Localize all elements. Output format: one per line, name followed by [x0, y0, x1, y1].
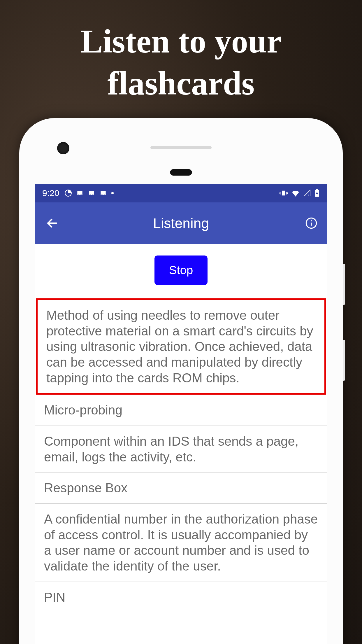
- flashcard-item[interactable]: A confidential number in the authorizati…: [35, 504, 327, 582]
- status-bar: 9:20: [35, 184, 327, 202]
- phone-side-button: [343, 340, 345, 381]
- dot-icon: [111, 192, 114, 195]
- svg-rect-3: [281, 192, 281, 194]
- phone-side-button: [343, 264, 345, 305]
- screen: 9:20: [35, 184, 327, 644]
- flashcard-item[interactable]: Micro-probing: [35, 395, 327, 426]
- flashcard-item[interactable]: Component within an IDS that sends a pag…: [35, 426, 327, 473]
- svg-point-1: [111, 192, 114, 194]
- svg-point-13: [311, 220, 312, 221]
- marketing-title-line1: Listen to your: [80, 23, 282, 60]
- stop-button[interactable]: Stop: [154, 256, 208, 285]
- card-list: Method of using needles to remove outer …: [35, 298, 327, 612]
- status-time: 9:20: [42, 188, 59, 198]
- svg-rect-4: [286, 192, 287, 194]
- pie-icon: [64, 189, 72, 197]
- status-left: 9:20: [42, 188, 114, 198]
- info-icon: [305, 217, 317, 229]
- marketing-title-line2: flashcards: [108, 65, 255, 102]
- book-icon: [76, 189, 84, 197]
- svg-text:x: x: [308, 194, 309, 196]
- flashcard-item[interactable]: PIN: [35, 582, 327, 613]
- stop-area: Stop: [35, 244, 327, 298]
- info-button[interactable]: [304, 216, 319, 230]
- wifi-icon: [291, 190, 300, 197]
- phone-sensor: [170, 169, 192, 176]
- svg-rect-5: [280, 192, 280, 194]
- signal-icon: x: [303, 190, 311, 197]
- battery-icon: [314, 189, 320, 197]
- status-icons: [64, 189, 114, 197]
- book-icon: [99, 189, 107, 197]
- marketing-title: Listen to your flashcards: [0, 20, 362, 104]
- status-right: x: [280, 189, 320, 197]
- svg-rect-9: [316, 189, 318, 190]
- flashcard-item[interactable]: Response Box: [35, 473, 327, 504]
- book-icon: [88, 189, 95, 197]
- app-bar: Listening: [35, 202, 327, 244]
- svg-rect-2: [282, 191, 285, 195]
- phone-speaker: [150, 146, 212, 149]
- back-button[interactable]: [43, 214, 61, 232]
- flashcard-item[interactable]: Method of using needles to remove outer …: [36, 298, 326, 395]
- arrow-left-icon: [46, 217, 59, 230]
- phone-frame: 9:20: [19, 118, 343, 644]
- vibrate-icon: [280, 189, 288, 197]
- page-title: Listening: [153, 215, 209, 231]
- phone-camera: [57, 142, 69, 154]
- svg-rect-6: [287, 192, 288, 194]
